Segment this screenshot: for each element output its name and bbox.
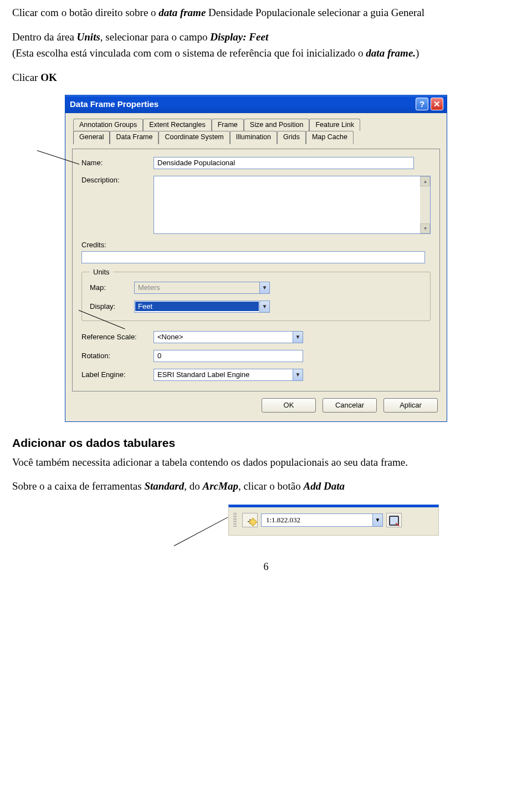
titlebar-help-button[interactable]: ? [416, 98, 428, 110]
section-heading: Adicionar os dados tabulares [12, 436, 520, 450]
name-label: Name: [81, 159, 154, 167]
paragraph-2: Dentro da área Units, selecionar para o … [12, 30, 520, 44]
name-input[interactable]: Densidade Populacional [154, 157, 414, 169]
dialog-titlebar[interactable]: Data Frame Properties ? ✕ [65, 95, 447, 113]
ok-button[interactable]: OK [262, 398, 316, 413]
cancel-button[interactable]: Cancelar [323, 398, 377, 413]
display-units-label: Display: [90, 302, 134, 311]
display-units-combo[interactable]: Feet ▼ [134, 301, 270, 313]
units-group: Units Map: Meters ▼ Display: Feet [81, 268, 431, 321]
chevron-down-icon[interactable]: ▼ [293, 369, 303, 380]
scroll-down-icon[interactable]: ▾ [420, 223, 430, 233]
chevron-down-icon: ▼ [259, 282, 269, 293]
description-textarea[interactable]: ▴ ▾ [154, 176, 431, 234]
rotation-label: Rotation: [81, 352, 154, 360]
map-units-label: Map: [90, 283, 134, 292]
dialog-title: Data Frame Properties [70, 99, 158, 109]
titlebar-close-button[interactable]: ✕ [431, 98, 443, 110]
standard-toolbar-fragment: + 1:1.822.032 ▼ [228, 505, 439, 536]
tab-data-frame[interactable]: Data Frame [110, 131, 158, 144]
tab-frame[interactable]: Frame [212, 119, 244, 131]
paragraph-6: Sobre o a caixa de ferramentas Standard,… [12, 479, 520, 493]
reference-scale-combo[interactable]: <None> ▼ [154, 331, 303, 343]
tab-feature-link[interactable]: Feature Link [309, 119, 360, 131]
label-engine-label: Label Engine: [81, 370, 154, 379]
paragraph-4: Clicar OK [12, 70, 520, 85]
tab-map-cache[interactable]: Map Cache [306, 131, 354, 144]
chevron-down-icon[interactable]: ▼ [372, 514, 382, 526]
map-scale-combo[interactable]: 1:1.822.032 ▼ [261, 513, 383, 527]
page-number: 6 [12, 561, 520, 573]
tab-extent-rectangles[interactable]: Extent Rectangles [143, 119, 211, 131]
chevron-down-icon[interactable]: ▼ [293, 332, 303, 343]
callout-arrow-adddata [174, 517, 228, 546]
apply-button[interactable]: Aplicar [383, 398, 438, 413]
chevron-down-icon[interactable]: ▼ [259, 301, 269, 312]
tab-coordinate-system[interactable]: Coordinate System [158, 131, 229, 144]
data-frame-properties-dialog: Data Frame Properties ? ✕ Annotation Gro… [65, 95, 447, 422]
add-data-button[interactable]: + [242, 513, 258, 527]
paragraph-3: (Esta escolha está vinculada com com o s… [12, 46, 520, 60]
tab-grids[interactable]: Grids [277, 131, 306, 144]
editor-toolbar-button[interactable] [386, 513, 402, 527]
label-engine-combo[interactable]: ESRI Standard Label Engine ▼ [154, 369, 303, 381]
close-icon: ✕ [433, 99, 441, 109]
tab-annotation-groups[interactable]: Annotation Groups [73, 119, 143, 131]
textarea-scrollbar[interactable]: ▴ ▾ [420, 176, 430, 233]
credits-input[interactable] [81, 251, 425, 263]
description-label: Description: [81, 176, 154, 184]
paragraph-1: Clicar com o botão direito sobre o data … [12, 6, 520, 20]
credits-label: Credits: [81, 241, 431, 249]
rotation-input[interactable]: 0 [154, 350, 303, 362]
tab-illumination[interactable]: Illumination [230, 131, 277, 144]
tab-general[interactable]: General [73, 131, 110, 144]
dialog-tabs: Annotation Groups Extent Rectangles Fram… [72, 119, 440, 145]
general-tab-panel: Name: Densidade Populacional Description… [72, 149, 440, 391]
scroll-up-icon[interactable]: ▴ [420, 176, 430, 186]
units-legend: Units [90, 268, 113, 276]
paragraph-5: Você também necessita adicionar a tabela… [12, 455, 520, 470]
reference-scale-label: Reference Scale: [81, 333, 154, 341]
map-units-combo: Meters ▼ [134, 282, 270, 294]
tab-size-and-position[interactable]: Size and Position [244, 119, 310, 131]
toolbar-grip[interactable] [233, 513, 237, 527]
